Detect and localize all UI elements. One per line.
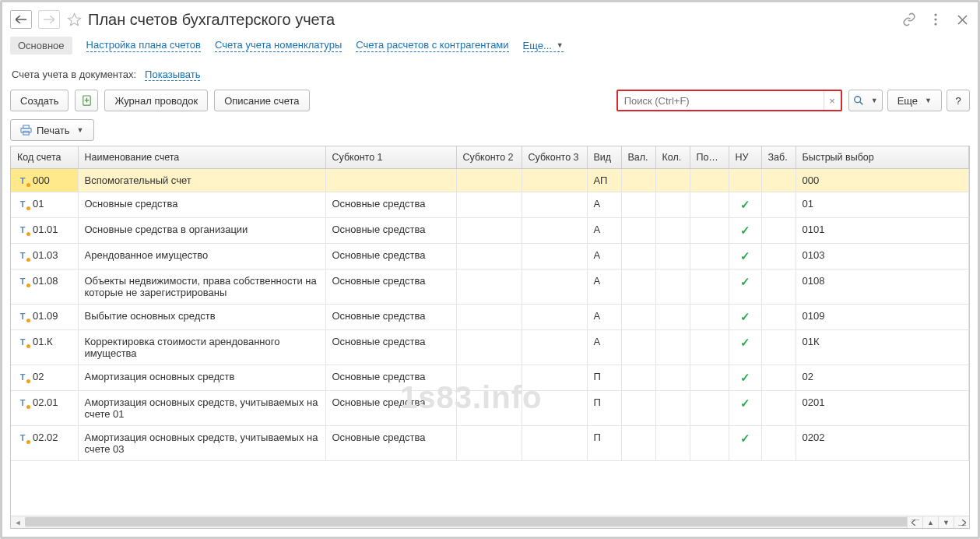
table-row[interactable]: T02Амортизация основных средствОсновные …: [11, 365, 969, 391]
scroll-to-end-button[interactable]: [954, 516, 969, 528]
row-sk1: Основные средства: [325, 244, 456, 270]
account-t-icon: T: [17, 397, 28, 408]
col-header-code[interactable]: Код счета: [11, 146, 78, 169]
more-button[interactable]: Еще▼: [887, 90, 942, 111]
create-button[interactable]: Создать: [10, 90, 68, 111]
col-header-zab[interactable]: Заб.: [761, 146, 796, 169]
row-nu: ✓: [729, 391, 761, 426]
table-row[interactable]: T01.08Объекты недвижимости, права собств…: [11, 270, 969, 305]
nav-back-button[interactable]: [10, 10, 32, 29]
row-sk3: [522, 192, 587, 218]
tab-plan-settings[interactable]: Настройка плана счетов: [86, 39, 201, 52]
row-zab: [761, 270, 796, 305]
journal-button[interactable]: Журнал проводок: [104, 90, 208, 111]
print-button[interactable]: Печать ▼: [10, 119, 94, 141]
row-sk2: [456, 365, 522, 391]
scroll-thumb[interactable]: [25, 517, 946, 527]
scroll-left-icon[interactable]: ◄: [11, 516, 25, 528]
search-dropdown-button[interactable]: ▼: [848, 90, 883, 111]
row-zab: [761, 305, 796, 330]
scroll-to-start-button[interactable]: [907, 516, 922, 528]
row-sk3: [522, 169, 587, 192]
row-kol: [655, 305, 690, 330]
arrow-left-icon: [16, 16, 26, 23]
row-sk1: [325, 169, 456, 192]
scroll-page-down-button[interactable]: ▼: [938, 516, 954, 528]
row-name: Арендованное имущество: [78, 244, 325, 270]
row-sk2: [456, 305, 522, 330]
svg-point-2: [934, 23, 936, 25]
row-kol: [655, 330, 690, 365]
search-input[interactable]: [618, 95, 824, 107]
search-clear-icon[interactable]: ×: [824, 91, 841, 110]
col-header-sk1[interactable]: Субконто 1: [325, 146, 456, 169]
favorite-star-icon[interactable]: [66, 12, 82, 27]
row-sk3: [522, 218, 587, 244]
row-name: Основные средства: [78, 192, 325, 218]
account-t-icon: T: [17, 250, 28, 261]
row-val: [621, 192, 655, 218]
table-row[interactable]: T01.09Выбытие основных средствОсновные с…: [11, 305, 969, 330]
table-row[interactable]: T02.02Амортизация основных средств, учит…: [11, 426, 969, 461]
row-sk3: [522, 391, 587, 426]
col-header-nu[interactable]: НУ: [729, 146, 761, 169]
col-header-quick[interactable]: Быстрый выбор: [796, 146, 969, 169]
search-field[interactable]: ×: [616, 90, 842, 111]
row-val: [621, 365, 655, 391]
row-nu: ✓: [729, 270, 761, 305]
row-sk2: [456, 391, 522, 426]
row-kol: [655, 244, 690, 270]
tab-more[interactable]: Еще...▼: [523, 40, 564, 52]
table-row[interactable]: T01Основные средстваОсновные средстваА✓0…: [11, 192, 969, 218]
row-zab: [761, 169, 796, 192]
scroll-track[interactable]: [25, 516, 955, 528]
row-sk3: [522, 365, 587, 391]
table-row[interactable]: T01.ККорректировка стоимости арендованно…: [11, 330, 969, 365]
row-podr: [690, 192, 729, 218]
col-header-name[interactable]: Наименование счета: [78, 146, 325, 169]
row-val: [621, 426, 655, 461]
row-vid: А: [587, 192, 621, 218]
tab-nomenclature-accounts[interactable]: Счета учета номенклатуры: [215, 39, 342, 52]
col-header-val[interactable]: Вал.: [621, 146, 655, 169]
col-header-podr[interactable]: Подр.: [690, 146, 729, 169]
row-vid: А: [587, 330, 621, 365]
row-sk3: [522, 244, 587, 270]
kebab-menu-icon[interactable]: [928, 12, 943, 27]
table-row[interactable]: T01.03Арендованное имуществоОсновные сре…: [11, 244, 969, 270]
scroll-page-up-button[interactable]: ▲: [922, 516, 938, 528]
row-zab: [761, 244, 796, 270]
row-podr: [690, 218, 729, 244]
copy-button[interactable]: [75, 90, 98, 111]
row-sk2: [456, 218, 522, 244]
table-row[interactable]: T01.01Основные средства в организацииОсн…: [11, 218, 969, 244]
row-podr: [690, 426, 729, 461]
show-accounts-link[interactable]: Показывать: [145, 69, 200, 81]
tab-contractor-accounts[interactable]: Счета расчетов с контрагентами: [356, 39, 508, 52]
row-vid: А: [587, 244, 621, 270]
row-quick: 000: [796, 169, 969, 192]
row-name: Выбытие основных средств: [78, 305, 325, 330]
col-header-sk2[interactable]: Субконто 2: [456, 146, 522, 169]
help-button[interactable]: ?: [947, 90, 970, 111]
table-row[interactable]: T000Вспомогательный счетАП000: [11, 169, 969, 192]
row-val: [621, 305, 655, 330]
horizontal-scrollbar[interactable]: ◄ ► ▲ ▼: [11, 516, 969, 528]
col-header-vid[interactable]: Вид: [587, 146, 621, 169]
tab-main[interactable]: Основное: [10, 37, 72, 55]
row-kol: [655, 365, 690, 391]
row-sk1: Основные средства: [325, 192, 456, 218]
account-t-icon: T: [17, 199, 28, 210]
col-header-kol[interactable]: Кол.: [655, 146, 690, 169]
row-name: Корректировка стоимости арендованного им…: [78, 330, 325, 365]
row-sk1: Основные средства: [325, 391, 456, 426]
describe-account-button[interactable]: Описание счета: [214, 90, 309, 111]
page-title: План счетов бухгалтерского учета: [88, 11, 335, 29]
link-icon[interactable]: [901, 12, 917, 27]
col-header-sk3[interactable]: Субконто 3: [522, 146, 587, 169]
caret-down-icon: ▼: [557, 41, 564, 49]
table-row[interactable]: T02.01Амортизация основных средств, учит…: [11, 391, 969, 426]
row-code: 01.К: [33, 336, 53, 347]
row-quick: 0108: [796, 270, 969, 305]
close-icon[interactable]: [954, 12, 970, 27]
